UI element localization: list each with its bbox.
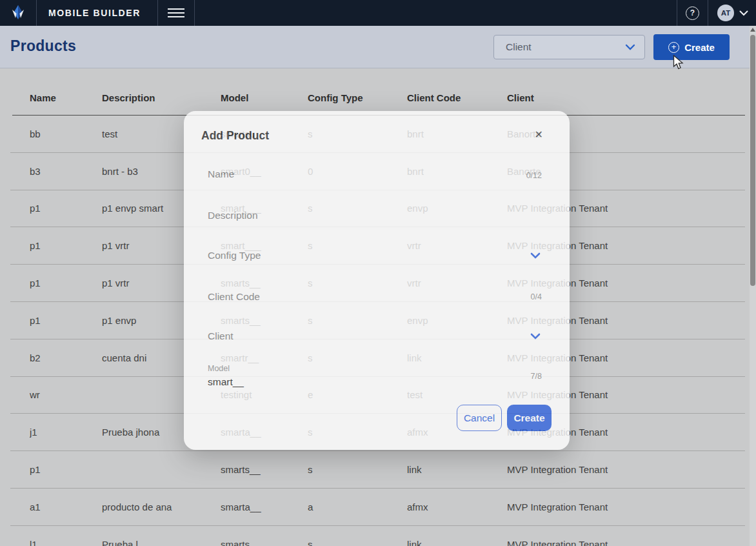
cell-model: smarts__ <box>221 464 308 475</box>
cell-config-type: s <box>308 464 407 475</box>
cell-config-type: a <box>308 501 407 512</box>
scrollbar-thumb[interactable] <box>750 35 755 286</box>
column-header: Config Type <box>308 92 407 103</box>
table-row[interactable]: l1 Prueba l smarts__ s link MVP Integrat… <box>10 526 745 546</box>
column-header: Description <box>102 92 221 103</box>
cell-description: Prueba l <box>102 539 221 546</box>
close-icon[interactable]: ✕ <box>535 130 543 140</box>
scroll-up-icon[interactable] <box>750 28 755 32</box>
description-field[interactable]: Description <box>208 210 258 221</box>
cell-description: producto de ana <box>102 501 221 512</box>
cell-client-code: link <box>407 539 507 546</box>
cell-client-code: link <box>407 464 507 475</box>
client-filter-select[interactable]: Client <box>493 35 645 59</box>
cell-config-type: s <box>308 539 407 546</box>
plus-icon: + <box>668 42 679 53</box>
cell-model: smarta__ <box>221 501 308 512</box>
column-header: Name <box>30 92 102 103</box>
brand-logo-icon[interactable] <box>0 0 36 26</box>
hamburger-menu-icon[interactable] <box>158 0 194 26</box>
top-navbar: MOBILE BUILDER ? AT <box>0 0 756 26</box>
cell-name: p1 <box>30 278 102 288</box>
chevron-down-icon[interactable] <box>530 250 541 261</box>
brand-title: MOBILE BUILDER <box>37 8 157 18</box>
logo-icon <box>8 4 28 22</box>
create-button-label: Create <box>684 42 715 53</box>
column-header: Client Code <box>407 92 507 103</box>
cell-name: b3 <box>30 166 102 177</box>
cell-client: MVP Integration Tenant <box>507 539 745 546</box>
model-field[interactable]: smart__ <box>208 376 244 388</box>
cell-name: bb <box>30 128 102 139</box>
config-type-field[interactable]: Config Type <box>208 250 261 261</box>
cell-name: p1 <box>30 240 102 251</box>
column-header: Model <box>221 92 308 103</box>
table-row[interactable]: a1 producto de ana smarta__ a afmx MVP I… <box>10 489 745 526</box>
cell-name: l1 <box>30 539 102 546</box>
cell-client: MVP Integration Tenant <box>507 501 745 512</box>
chevron-down-icon <box>625 44 635 50</box>
cell-client-code: afmx <box>407 501 507 512</box>
cancel-button[interactable]: Cancel <box>457 405 502 431</box>
avatar: AT <box>717 5 734 21</box>
cell-model: smarts__ <box>221 539 308 546</box>
client-code-counter: 0/4 <box>531 292 542 301</box>
divider <box>194 0 195 26</box>
cell-name: p1 <box>30 464 102 475</box>
vertical-scrollbar[interactable] <box>750 26 756 546</box>
add-product-modal: Add Product ✕ Name 0/12 Description Conf… <box>184 111 570 450</box>
cell-name: b2 <box>30 352 102 363</box>
cell-name: wr <box>30 389 102 400</box>
cell-client: MVP Integration Tenant <box>507 464 745 475</box>
help-button[interactable]: ? <box>677 0 708 26</box>
cell-name: p1 <box>30 315 102 326</box>
cell-name: a1 <box>30 501 102 512</box>
modal-create-button[interactable]: Create <box>507 405 552 431</box>
chevron-down-icon[interactable] <box>530 331 541 341</box>
client-field[interactable]: Client <box>208 330 234 342</box>
cell-name: j1 <box>30 427 102 438</box>
client-code-field[interactable]: Client Code <box>208 291 260 303</box>
name-field[interactable]: Name <box>208 168 234 180</box>
page-title: Products <box>10 37 76 55</box>
model-counter: 7/8 <box>531 372 542 381</box>
modal-title: Add Product <box>201 129 269 143</box>
help-icon: ? <box>686 6 699 20</box>
model-field-label: Model <box>208 364 230 373</box>
account-menu[interactable]: AT <box>708 0 756 26</box>
column-header: Client <box>507 92 745 103</box>
table-row[interactable]: p1 smarts__ s link MVP Integration Tenan… <box>10 451 745 489</box>
chevron-down-icon <box>739 10 748 16</box>
cell-name: p1 <box>30 203 102 214</box>
client-filter-placeholder: Client <box>506 41 532 53</box>
table-header-row: Name Description Model Config Type Clien… <box>10 92 745 103</box>
name-counter: 0/12 <box>526 171 542 180</box>
create-button[interactable]: + Create <box>653 34 730 60</box>
